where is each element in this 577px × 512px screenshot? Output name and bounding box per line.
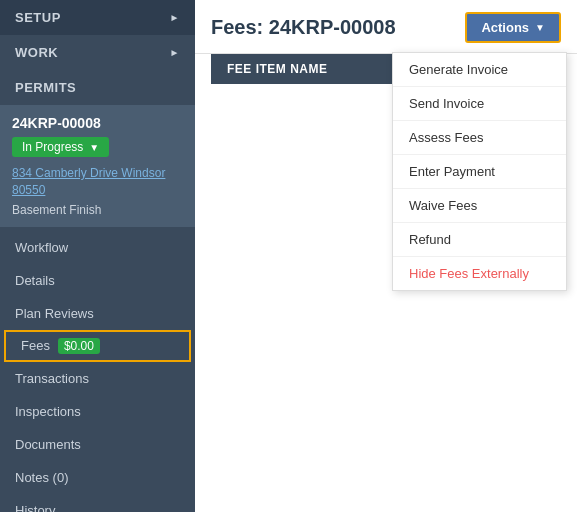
- actions-dropdown-arrow-icon: ▼: [535, 22, 545, 33]
- status-label: In Progress: [22, 140, 83, 154]
- fees-label: Fees: [21, 338, 50, 353]
- work-label: WORK: [15, 45, 58, 60]
- sidebar-item-plan-reviews[interactable]: Plan Reviews: [0, 297, 195, 330]
- main-header: Fees: 24KRP-00008 Actions ▼: [195, 0, 577, 54]
- enter-payment-menu-item[interactable]: Enter Payment: [393, 155, 566, 189]
- permit-block: 24KRP-00008 In Progress ▼ 834 Camberly D…: [0, 105, 195, 227]
- actions-button[interactable]: Actions ▼: [465, 12, 561, 43]
- sidebar-item-inspections[interactable]: Inspections: [0, 395, 195, 428]
- work-nav-item[interactable]: WORK ►: [0, 35, 195, 70]
- refund-menu-item[interactable]: Refund: [393, 223, 566, 257]
- permits-label: PERMITS: [15, 80, 76, 95]
- main-content: Fees: 24KRP-00008 Actions ▼ FEE ITEM NAM…: [195, 0, 577, 512]
- send-invoice-menu-item[interactable]: Send Invoice: [393, 87, 566, 121]
- status-dropdown-arrow-icon: ▼: [89, 142, 99, 153]
- page-title: Fees: 24KRP-00008: [211, 16, 396, 39]
- permit-id: 24KRP-00008: [12, 115, 183, 131]
- sidebar-item-history[interactable]: History: [0, 494, 195, 512]
- sidebar-item-fees[interactable]: Fees $0.00: [4, 330, 191, 362]
- waive-fees-menu-item[interactable]: Waive Fees: [393, 189, 566, 223]
- sidebar-item-details[interactable]: Details: [0, 264, 195, 297]
- sidebar-item-documents[interactable]: Documents: [0, 428, 195, 461]
- permits-nav-item[interactable]: PERMITS: [0, 70, 195, 105]
- status-badge[interactable]: In Progress ▼: [12, 137, 109, 157]
- hide-fees-externally-menu-item[interactable]: Hide Fees Externally: [393, 257, 566, 290]
- work-arrow-icon: ►: [170, 47, 180, 58]
- setup-arrow-icon: ►: [170, 12, 180, 23]
- actions-dropdown-menu: Generate Invoice Send Invoice Assess Fee…: [392, 52, 567, 291]
- sidebar-item-transactions[interactable]: Transactions: [0, 362, 195, 395]
- actions-label: Actions: [481, 20, 529, 35]
- sidebar-item-notes[interactable]: Notes (0): [0, 461, 195, 494]
- top-nav: SETUP ► WORK ► PERMITS: [0, 0, 195, 105]
- permit-type: Basement Finish: [12, 203, 183, 217]
- sidebar-item-workflow[interactable]: Workflow: [0, 231, 195, 264]
- generate-invoice-menu-item[interactable]: Generate Invoice: [393, 53, 566, 87]
- assess-fees-menu-item[interactable]: Assess Fees: [393, 121, 566, 155]
- setup-nav-item[interactable]: SETUP ►: [0, 0, 195, 35]
- fees-amount-badge: $0.00: [58, 338, 100, 354]
- permit-address[interactable]: 834 Camberly Drive Windsor 80550: [12, 165, 183, 199]
- setup-label: SETUP: [15, 10, 61, 25]
- sidebar: SETUP ► WORK ► PERMITS 24KRP-00008 In Pr…: [0, 0, 195, 512]
- sidebar-menu: Workflow Details Plan Reviews Fees $0.00…: [0, 231, 195, 512]
